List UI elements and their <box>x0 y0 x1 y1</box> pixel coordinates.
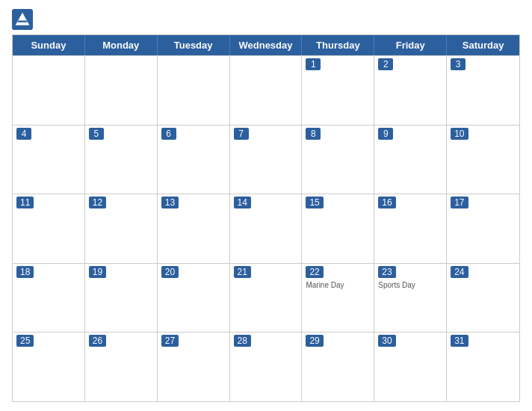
calendar-cell: 21 <box>230 264 303 333</box>
generalblue-logo-icon <box>12 9 33 30</box>
week-row-1: 123 <box>13 55 519 125</box>
date-number: 15 <box>306 197 323 208</box>
calendar-cell: 11 <box>13 194 85 263</box>
calendar-cell: 9 <box>374 126 447 194</box>
calendar-cell: 31 <box>447 333 519 401</box>
calendar-cell: 28 <box>230 333 303 401</box>
calendar-cell: 16 <box>374 194 447 263</box>
date-number: 5 <box>89 128 104 140</box>
calendar-cell: 22Marine Day <box>302 264 374 333</box>
date-number: 10 <box>451 128 468 140</box>
calendar-cell: 3 <box>447 56 519 125</box>
date-number: 12 <box>89 197 106 208</box>
date-number: 4 <box>16 128 31 140</box>
week-row-2: 45678910 <box>13 125 519 194</box>
calendar-cell <box>13 56 85 125</box>
date-number: 28 <box>234 335 251 347</box>
date-number: 18 <box>16 266 34 278</box>
day-header-thursday: Thursday <box>302 35 374 55</box>
date-number: 29 <box>306 335 323 347</box>
date-number: 3 <box>451 58 466 70</box>
calendar-cell: 19 <box>85 264 158 333</box>
calendar-cell: 12 <box>85 194 158 263</box>
date-number: 14 <box>234 197 251 208</box>
calendar-cell: 10 <box>447 126 519 194</box>
date-number: 16 <box>378 197 395 208</box>
week-row-4: 1819202122Marine Day23Sports Day24 <box>13 263 519 333</box>
calendar-cell: 13 <box>158 194 230 263</box>
calendar-cell: 7 <box>230 126 303 194</box>
date-number: 8 <box>306 128 321 140</box>
date-number: 23 <box>378 266 395 278</box>
calendar-cell: 24 <box>447 264 519 333</box>
date-number: 20 <box>161 266 179 278</box>
calendar-cell: 25 <box>13 333 85 401</box>
calendar-cell: 1 <box>302 56 374 125</box>
calendar-cell <box>158 56 230 125</box>
day-header-friday: Friday <box>374 35 447 55</box>
calendar-cell: 20 <box>158 264 230 333</box>
date-number: 9 <box>378 128 393 140</box>
header <box>12 9 520 30</box>
calendar-grid: SundayMondayTuesdayWednesdayThursdayFrid… <box>12 34 520 402</box>
calendar-cell: 15 <box>302 194 374 263</box>
date-number: 27 <box>161 335 179 347</box>
date-number: 24 <box>451 266 468 278</box>
calendar-cell: 2 <box>374 56 447 125</box>
week-row-3: 11121314151617 <box>13 194 519 263</box>
weeks-container: 12345678910111213141516171819202122Marin… <box>13 55 519 401</box>
date-number: 11 <box>16 197 34 208</box>
date-number: 25 <box>16 335 34 347</box>
calendar-cell: 18 <box>13 264 85 333</box>
cell-event: Marine Day <box>306 281 370 289</box>
logo <box>12 9 36 30</box>
calendar-cell: 26 <box>85 333 158 401</box>
date-number: 21 <box>234 266 251 278</box>
date-number: 7 <box>234 128 249 140</box>
calendar-cell: 30 <box>374 333 447 401</box>
calendar-cell: 4 <box>13 126 85 194</box>
calendar-cell: 23Sports Day <box>374 264 447 333</box>
calendar-cell: 8 <box>302 126 374 194</box>
day-headers-row: SundayMondayTuesdayWednesdayThursdayFrid… <box>13 35 519 55</box>
cell-event: Sports Day <box>378 281 442 289</box>
date-number: 2 <box>378 58 393 70</box>
calendar-cell: 17 <box>447 194 519 263</box>
date-number: 22 <box>306 266 323 278</box>
calendar-cell: 29 <box>302 333 374 401</box>
day-header-monday: Monday <box>85 35 158 55</box>
date-number: 26 <box>89 335 106 347</box>
calendar-cell: 14 <box>230 194 303 263</box>
date-number: 6 <box>161 128 176 140</box>
date-number: 31 <box>451 335 468 347</box>
date-number: 1 <box>306 58 321 70</box>
day-header-saturday: Saturday <box>447 35 519 55</box>
day-header-wednesday: Wednesday <box>230 35 303 55</box>
date-number: 19 <box>89 266 106 278</box>
calendar-cell <box>85 56 158 125</box>
calendar-cell: 6 <box>158 126 230 194</box>
calendar-cell: 27 <box>158 333 230 401</box>
day-header-sunday: Sunday <box>13 35 85 55</box>
date-number: 30 <box>378 335 395 347</box>
calendar-cell <box>230 56 303 125</box>
calendar-cell: 5 <box>85 126 158 194</box>
week-row-5: 25262728293031 <box>13 332 519 401</box>
date-number: 17 <box>451 197 468 208</box>
svg-rect-2 <box>18 21 27 22</box>
date-number: 13 <box>161 197 179 208</box>
day-header-tuesday: Tuesday <box>158 35 230 55</box>
calendar-page: SundayMondayTuesdayWednesdayThursdayFrid… <box>0 0 532 411</box>
